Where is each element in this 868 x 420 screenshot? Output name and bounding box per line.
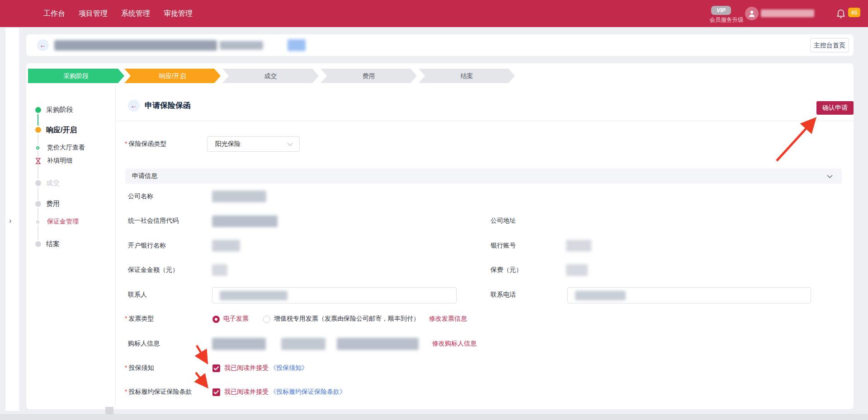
nav-menu: 工作台 项目管理 系统管理 审批管理 (43, 0, 193, 27)
bell-icon[interactable] (835, 8, 846, 19)
user-avatar[interactable] (745, 7, 759, 20)
vat-invoice-option-label[interactable]: 增值税专用发票（发票由保险公司邮寄，顺丰到付） (274, 315, 420, 323)
scrollbar-thumb[interactable] (105, 407, 113, 414)
deposit-amount-label: 保证金金额（元） (128, 266, 179, 274)
redacted-premium (566, 264, 588, 276)
nav-item-system-management[interactable]: 系统管理 (121, 9, 150, 19)
agree-text-terms: 我已阅读并接受 (224, 388, 269, 396)
redacted-bank-account (566, 240, 591, 252)
form-header-divider (116, 121, 854, 121)
timeline-ring-bidding-hall (36, 146, 39, 149)
sidebar-item-fill-details[interactable]: 补填明细 (47, 157, 72, 165)
premium-label: 保费（元） (491, 266, 522, 274)
redacted-company-name (212, 191, 266, 202)
redacted-project-code (220, 41, 263, 50)
timeline-dot-response (35, 127, 41, 133)
redacted-status-tag (288, 39, 306, 51)
application-info-section-header[interactable]: 申请信息 (125, 168, 842, 184)
form-back-button[interactable]: ← (128, 100, 140, 112)
policy-terms-checkbox[interactable] (212, 388, 220, 396)
hourglass-icon (35, 158, 42, 164)
horizontal-scrollbar[interactable] (0, 414, 868, 420)
person-icon (747, 9, 756, 18)
timeline-dot-deal (35, 180, 41, 186)
notification-count-badge[interactable]: 46 (848, 8, 860, 17)
contact-name-input[interactable] (212, 287, 457, 303)
sidebar-item-response-opening[interactable]: 响应/开启 (46, 126, 77, 135)
sidebar-item-bidding-hall-view[interactable]: 竞价大厅查看 (47, 144, 85, 152)
check-icon (212, 388, 220, 396)
collapse-chevron-icon[interactable] (827, 175, 833, 178)
edit-invoice-info-link[interactable]: 修改发票信息 (429, 315, 467, 323)
chevron-down-icon (287, 143, 293, 146)
redacted-project-title (54, 40, 217, 51)
step-deal[interactable]: 成交 (222, 69, 319, 83)
insure-notice-link[interactable]: 《投保须知》 (270, 364, 308, 372)
step-fees[interactable]: 费用 (321, 69, 417, 83)
company-address-label: 公司地址 (491, 217, 516, 225)
sidebar-item-deal[interactable]: 成交 (46, 179, 60, 187)
radio-vat-invoice[interactable] (263, 316, 270, 323)
collapsed-side-panel: › (5, 28, 19, 411)
nav-item-workbench[interactable]: 工作台 (43, 9, 65, 19)
redacted-contact-phone (575, 291, 626, 300)
sidebar-item-fees[interactable]: 费用 (46, 200, 60, 208)
invoice-type-label: 发票类型 (125, 315, 154, 323)
buyer-info-label: 购标人信息 (128, 340, 160, 348)
console-home-button[interactable]: 主控台首页 (810, 38, 849, 52)
step-closing[interactable]: 结案 (419, 69, 515, 83)
radio-electronic-invoice[interactable] (212, 316, 220, 323)
timeline-dot-fees (35, 201, 41, 207)
contact-phone-label: 联系电话 (491, 291, 516, 299)
redacted-contact-name (220, 291, 288, 300)
nav-item-approval-management[interactable]: 审批管理 (164, 9, 193, 19)
timeline-dot-procurement (35, 107, 41, 113)
insurance-type-label: 保险保函类型 (125, 140, 166, 148)
bank-account-label: 银行账号 (491, 242, 516, 250)
vip-upgrade-label[interactable]: 会员服务升级 (702, 16, 751, 24)
step-procurement-stage[interactable]: 采购阶段 (28, 69, 124, 83)
redacted-buyer-phone (281, 338, 326, 350)
redacted-credit-code (212, 215, 278, 227)
form-title: 申请保险保函 (145, 100, 191, 111)
policy-terms-link[interactable]: 《投标履约保证保险条款》 (270, 388, 346, 396)
back-button[interactable]: ← (37, 39, 49, 51)
contact-name-label: 联系人 (128, 291, 147, 299)
step-response-opening[interactable]: 响应/开启 (124, 69, 221, 83)
top-nav: 工作台 项目管理 系统管理 审批管理 VIP 会员服务升级 46 (0, 0, 868, 27)
company-name-label: 公司名称 (128, 192, 153, 201)
timeline-connector-done (38, 114, 38, 126)
insure-notice-label: 投保须知 (125, 364, 154, 372)
breadcrumb-card: ← 主控台首页 (26, 34, 854, 56)
sidebar-item-deposit-management[interactable]: 保证金管理 (47, 218, 79, 226)
timeline-dot-closing (35, 241, 41, 247)
insurance-type-value: 阳光保险 (215, 140, 241, 148)
electronic-invoice-option-label[interactable]: 电子发票 (223, 315, 249, 323)
credit-code-label: 统一社会信用代码 (128, 217, 179, 225)
confirm-apply-button[interactable]: 确认申请 (816, 101, 854, 115)
bank-name-label: 开户银行名称 (128, 242, 166, 250)
redacted-buyer-id (337, 338, 419, 350)
contact-phone-input[interactable] (567, 287, 811, 303)
check-icon (212, 364, 220, 372)
page: 工作台 项目管理 系统管理 审批管理 VIP 会员服务升级 46 › ← (0, 0, 868, 420)
sidebar-divider (115, 86, 116, 409)
sidebar-item-procurement-stage[interactable]: 采购阶段 (46, 106, 73, 114)
timeline-ring-deposit (36, 220, 39, 224)
sidebar-item-closing[interactable]: 结案 (46, 240, 60, 248)
redacted-bank-name (212, 240, 240, 252)
redacted-username (761, 9, 814, 17)
section-title: 申请信息 (132, 172, 157, 180)
content-card: 采购阶段 响应/开启 成交 费用 结案 采购阶段 响应/开启 竞价大厅查看 补填… (26, 63, 854, 409)
vip-badge[interactable]: VIP (711, 6, 731, 15)
redacted-buyer-name (212, 338, 266, 350)
nav-item-project-management[interactable]: 项目管理 (79, 9, 108, 19)
agree-text-notice: 我已阅读并接受 (224, 364, 269, 372)
edit-buyer-info-link[interactable]: 修改购标人信息 (432, 340, 476, 348)
policy-terms-label: 投标履约保证保险条款 (125, 388, 192, 396)
insurance-type-select[interactable]: 阳光保险 (207, 136, 300, 152)
insure-notice-checkbox[interactable] (212, 364, 220, 372)
redacted-deposit-amount (212, 264, 227, 276)
expand-panel-chevron-icon[interactable]: › (9, 217, 11, 225)
